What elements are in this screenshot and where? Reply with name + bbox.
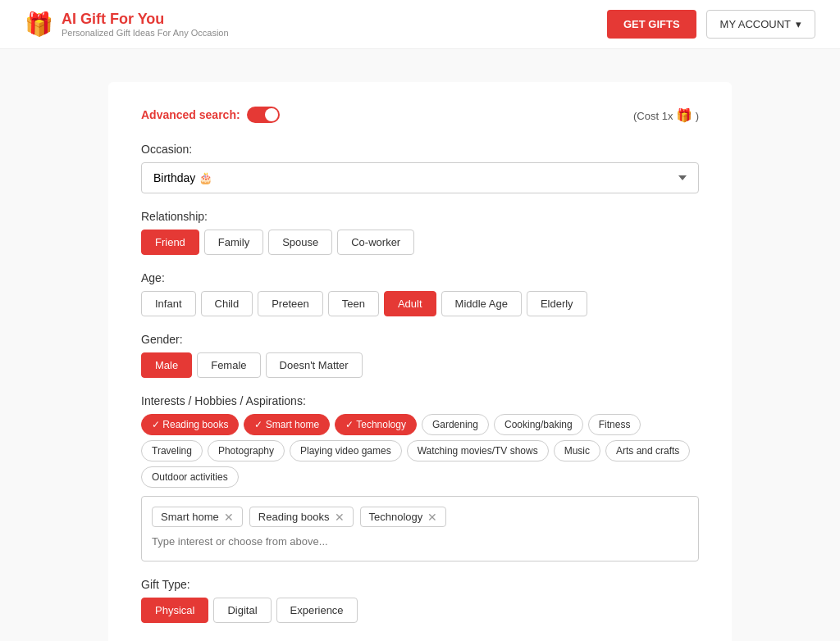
chevron-down-icon: ▾ [796,18,801,30]
age-teen[interactable]: Teen [328,291,379,316]
logo-title: AI Gift For You [62,11,229,28]
cost-text: (Cost 1x [633,110,673,122]
get-gifts-button[interactable]: GET GIFTS [607,10,696,39]
interest-video-games[interactable]: Playing video games [290,440,402,461]
relationship-spouse[interactable]: Spouse [268,230,332,255]
header-right: GET GIFTS MY ACCOUNT ▾ [607,10,815,39]
relationship-label: Relationship: [141,210,699,223]
interests-tags: ✓ Reading books ✓ Smart home ✓ Technolog… [141,414,699,488]
advanced-search-row: Advanced search: (Cost 1x 🎁 ) [141,107,699,123]
logo-subtitle: Personalized Gift Ideas For Any Occasion [62,28,229,38]
age-infant[interactable]: Infant [141,291,196,316]
interest-cooking-baking[interactable]: Cooking/baking [494,414,583,435]
age-middle-age[interactable]: Middle Age [441,291,522,316]
occasion-label: Occasion: [141,143,699,156]
age-child[interactable]: Child [201,291,253,316]
cost-label: (Cost 1x 🎁 ) [633,107,699,123]
advanced-search-text: Advanced search: [141,108,240,121]
advanced-search-toggle[interactable] [247,107,280,123]
relationship-group: Friend Family Spouse Co-worker [141,230,699,255]
interest-outdoor[interactable]: Outdoor activities [141,466,239,488]
remove-smart-home-button[interactable]: ✕ [224,511,234,523]
selected-tag-label: Reading books [258,511,330,523]
gift-type-label: Gift Type: [141,578,699,591]
cost-icon: 🎁 [676,108,692,122]
interests-label: Interests / Hobbies / Aspirations: [141,394,699,407]
logo-icon: 🎁 [25,11,53,38]
my-account-label: MY ACCOUNT [720,18,791,30]
relationship-friend[interactable]: Friend [141,230,199,255]
relationship-family[interactable]: Family [204,230,263,255]
my-account-button[interactable]: MY ACCOUNT ▾ [706,10,815,39]
relationship-coworker[interactable]: Co-worker [337,230,414,255]
age-label: Age: [141,271,699,284]
interests-type-input[interactable] [152,535,688,548]
interest-music[interactable]: Music [554,440,600,461]
gift-type-digital[interactable]: Digital [213,598,271,623]
cost-close: ) [696,110,699,122]
interest-fitness[interactable]: Fitness [588,414,641,435]
age-group: Infant Child Preteen Teen Adult Middle A… [141,291,699,316]
gift-type-experience[interactable]: Experience [276,598,358,623]
gift-type-group: Physical Digital Experience [141,598,699,623]
logo-area: 🎁 AI Gift For You Personalized Gift Idea… [25,11,229,38]
selected-tag-label: Smart home [161,511,219,523]
selected-tag-technology: Technology ✕ [360,507,447,527]
advanced-search-label: Advanced search: [141,107,280,123]
interest-movies-tv[interactable]: Watching movies/TV shows [407,440,549,461]
gender-group: Male Female Doesn't Matter [141,352,699,378]
interest-technology[interactable]: ✓ Technology [335,414,417,435]
age-elderly[interactable]: Elderly [527,291,587,316]
selected-tag-reading-books: Reading books ✕ [249,507,354,527]
interest-reading-books[interactable]: ✓ Reading books [141,414,239,435]
gender-doesnt-matter[interactable]: Doesn't Matter [266,352,363,378]
age-preteen[interactable]: Preteen [258,291,323,316]
selected-tag-smart-home: Smart home ✕ [152,507,243,527]
interest-traveling[interactable]: Traveling [141,440,203,461]
interest-smart-home[interactable]: ✓ Smart home [244,414,330,435]
interest-arts-crafts[interactable]: Arts and crafts [605,440,690,461]
remove-technology-button[interactable]: ✕ [427,511,437,523]
occasion-select[interactable]: Birthday 🎂 Christmas Anniversary Graduat… [141,162,699,193]
main-content: Advanced search: (Cost 1x 🎁 ) Occasion: … [108,82,732,641]
age-adult[interactable]: Adult [384,291,436,316]
gender-female[interactable]: Female [197,352,260,378]
logo-text: AI Gift For You Personalized Gift Ideas … [62,11,229,38]
gender-label: Gender: [141,333,699,346]
interest-gardening[interactable]: Gardening [422,414,489,435]
gift-type-physical[interactable]: Physical [141,598,208,623]
remove-reading-books-button[interactable]: ✕ [335,511,345,523]
gender-male[interactable]: Male [141,352,192,378]
selected-tags-row: Smart home ✕ Reading books ✕ Technology … [152,507,688,527]
selected-tag-label: Technology [369,511,423,523]
selected-interests-box: Smart home ✕ Reading books ✕ Technology … [141,496,699,561]
header: 🎁 AI Gift For You Personalized Gift Idea… [0,0,840,49]
interest-photography[interactable]: Photography [208,440,285,461]
